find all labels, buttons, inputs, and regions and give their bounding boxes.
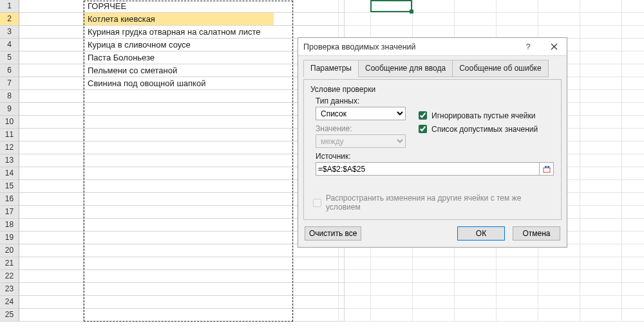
row-header[interactable]: 22 <box>0 270 19 283</box>
tab-error-alert[interactable]: Сообщение об ошибке <box>452 60 548 77</box>
tab-panel-parameters: Условие проверки Тип данных: Список Знач… <box>303 79 562 220</box>
table-row[interactable]: 3Куриная грудка отварная на салатном лис… <box>0 26 644 39</box>
row-header[interactable]: 25 <box>0 309 19 322</box>
cell[interactable]: Куриная грудка отварная на салатном лист… <box>84 26 274 39</box>
row-header[interactable]: 17 <box>0 206 19 219</box>
cell[interactable] <box>84 129 274 141</box>
cell[interactable]: Паста Болоньезе <box>84 51 274 64</box>
row-header[interactable]: 16 <box>0 193 19 206</box>
cell[interactable] <box>84 180 274 193</box>
in-cell-dropdown-checkbox[interactable]: Список допустимых значений <box>416 123 538 135</box>
table-row[interactable]: 1ГОРЯЧЕЕ <box>0 0 644 13</box>
cell[interactable] <box>84 154 274 167</box>
row-header[interactable]: 20 <box>0 244 19 257</box>
range-picker-icon <box>543 165 551 173</box>
row-header[interactable]: 24 <box>0 296 19 309</box>
close-icon <box>551 43 558 50</box>
cell[interactable] <box>84 244 274 257</box>
clear-all-button[interactable]: Очистить все <box>305 226 361 241</box>
row-header[interactable]: 3 <box>0 26 19 39</box>
cell[interactable] <box>84 283 274 296</box>
data-select: между <box>316 134 406 148</box>
row-header[interactable]: 9 <box>0 103 19 116</box>
table-row[interactable]: 23 <box>0 283 644 296</box>
cell[interactable] <box>84 309 274 322</box>
data-label: Значение: <box>316 124 406 133</box>
tab-input-message[interactable]: Сообщение для ввода <box>358 60 453 77</box>
row-header[interactable]: 6 <box>0 64 19 77</box>
table-row[interactable]: 21 <box>0 257 644 270</box>
ok-button[interactable]: ОК <box>457 226 505 241</box>
cell[interactable] <box>84 206 274 219</box>
cell[interactable] <box>84 232 274 244</box>
tab-parameters[interactable]: Параметры <box>303 60 359 77</box>
cell[interactable] <box>84 270 274 283</box>
table-row[interactable]: 22 <box>0 270 644 283</box>
cell[interactable] <box>84 116 274 129</box>
row-header[interactable]: 4 <box>0 39 19 51</box>
table-row[interactable]: 24 <box>0 296 644 309</box>
dialog-tabs: Параметры Сообщение для ввода Сообщение … <box>303 60 562 77</box>
data-validation-dialog: Проверка вводимых значений ? Параметры С… <box>298 37 567 248</box>
cell[interactable] <box>84 167 274 180</box>
row-header[interactable]: 8 <box>0 90 19 103</box>
row-header[interactable]: 10 <box>0 116 19 129</box>
cell[interactable] <box>84 219 274 232</box>
row-header[interactable]: 19 <box>0 232 19 244</box>
row-header[interactable]: 5 <box>0 51 19 64</box>
row-header[interactable]: 7 <box>0 77 19 90</box>
svg-rect-2 <box>547 166 549 168</box>
row-header[interactable]: 15 <box>0 180 19 193</box>
row-header[interactable]: 13 <box>0 154 19 167</box>
row-header[interactable]: 21 <box>0 257 19 270</box>
cell[interactable]: ГОРЯЧЕЕ <box>84 0 274 13</box>
help-button[interactable]: ? <box>515 38 541 56</box>
row-header[interactable]: 12 <box>0 141 19 154</box>
range-picker-button[interactable] <box>540 162 554 176</box>
cell[interactable]: Свинина под овощной шапкой <box>84 77 274 90</box>
source-input[interactable] <box>316 162 540 176</box>
row-header[interactable]: 23 <box>0 283 19 296</box>
cell[interactable] <box>84 193 274 206</box>
close-button[interactable] <box>541 38 567 56</box>
cancel-button[interactable]: Отмена <box>513 226 560 241</box>
svg-rect-1 <box>545 166 547 168</box>
dialog-title: Проверка вводимых значений <box>303 42 515 51</box>
help-icon: ? <box>526 42 530 51</box>
row-header[interactable]: 2 <box>0 13 19 26</box>
table-row[interactable]: 25 <box>0 309 644 322</box>
row-header[interactable]: 11 <box>0 129 19 141</box>
row-header[interactable]: 14 <box>0 167 19 180</box>
cell[interactable] <box>84 141 274 154</box>
source-label: Источник: <box>316 152 554 161</box>
cell[interactable] <box>84 257 274 270</box>
cell[interactable]: Пельмени со сметаной <box>84 64 274 77</box>
cell[interactable] <box>84 296 274 309</box>
cell[interactable] <box>84 90 274 103</box>
apply-to-same-checkbox: Распространить изменения на другие ячейк… <box>310 194 554 212</box>
row-header[interactable]: 1 <box>0 0 19 13</box>
allow-select[interactable]: Список <box>316 107 406 120</box>
dialog-titlebar[interactable]: Проверка вводимых значений ? <box>298 38 567 56</box>
cell[interactable]: Котлета киевская <box>84 13 274 26</box>
table-row[interactable]: 2Котлета киевская <box>0 13 644 26</box>
cell[interactable]: Курица в сливочном соусе <box>84 39 274 51</box>
svg-rect-0 <box>544 168 550 172</box>
row-header[interactable]: 18 <box>0 219 19 232</box>
cell[interactable] <box>84 103 274 116</box>
fill-handle[interactable] <box>410 10 413 14</box>
ignore-blank-checkbox[interactable]: Игнорировать пустые ячейки <box>416 109 538 122</box>
allow-label: Тип данных: <box>316 96 406 105</box>
active-cell[interactable] <box>370 0 412 12</box>
validation-criteria-label: Условие проверки <box>310 85 554 94</box>
